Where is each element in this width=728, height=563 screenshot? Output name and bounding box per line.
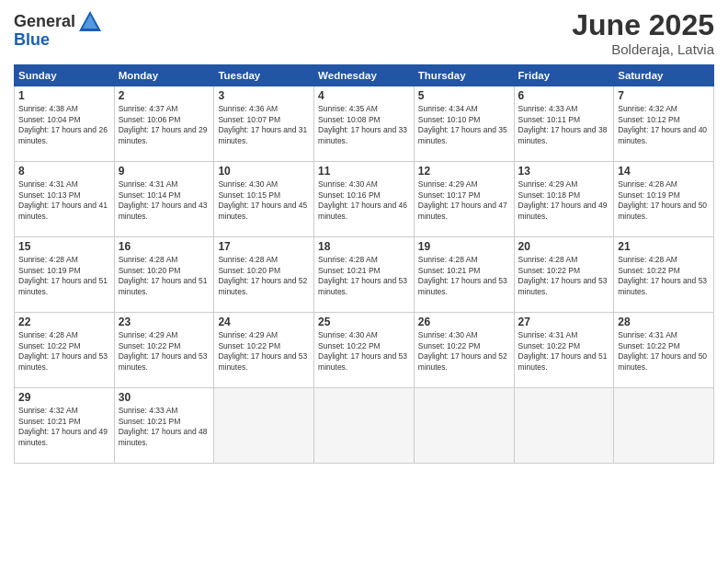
- calendar-cell: 27Sunrise: 4:31 AMSunset: 10:22 PMDaylig…: [514, 313, 614, 388]
- title-block: June 2025 Bolderaja, Latvia: [572, 9, 714, 57]
- cell-text: Sunrise: 4:28 AMSunset: 10:22 PMDaylight…: [618, 255, 710, 297]
- calendar-cell: 23Sunrise: 4:29 AMSunset: 10:22 PMDaylig…: [114, 313, 214, 388]
- cell-text: Sunrise: 4:30 AMSunset: 10:22 PMDaylight…: [318, 330, 410, 373]
- title-location: Bolderaja, Latvia: [572, 41, 714, 57]
- day-number: 19: [418, 240, 510, 253]
- day-number: 6: [518, 89, 610, 102]
- calendar-cell: [414, 388, 514, 464]
- day-number: 16: [119, 240, 210, 253]
- day-number: 14: [618, 165, 710, 178]
- cell-text: Sunrise: 4:36 AMSunset: 10:07 PMDaylight…: [218, 104, 310, 146]
- header-sunday: Sunday: [15, 65, 115, 86]
- calendar-cell: 17Sunrise: 4:28 AMSunset: 10:20 PMDaylig…: [214, 237, 314, 313]
- day-number: 20: [518, 240, 610, 253]
- day-number: 24: [218, 316, 310, 328]
- title-month: June 2025: [572, 9, 714, 41]
- cell-text: Sunrise: 4:29 AMSunset: 10:18 PMDaylight…: [518, 179, 610, 222]
- calendar-cell: 30Sunrise: 4:33 AMSunset: 10:21 PMDaylig…: [114, 388, 214, 464]
- calendar-week-3: 15Sunrise: 4:28 AMSunset: 10:19 PMDaylig…: [15, 237, 714, 313]
- day-number: 8: [18, 165, 110, 178]
- day-number: 10: [218, 165, 310, 178]
- calendar-cell: 25Sunrise: 4:30 AMSunset: 10:22 PMDaylig…: [314, 313, 415, 388]
- cell-text: Sunrise: 4:28 AMSunset: 10:19 PMDaylight…: [18, 255, 110, 297]
- cell-text: Sunrise: 4:31 AMSunset: 10:22 PMDaylight…: [518, 330, 610, 373]
- calendar-cell: [614, 388, 714, 464]
- calendar-cell: 26Sunrise: 4:30 AMSunset: 10:22 PMDaylig…: [414, 313, 514, 388]
- cell-text: Sunrise: 4:32 AMSunset: 10:21 PMDaylight…: [18, 406, 110, 448]
- logo-general-text: General: [14, 13, 75, 31]
- logo-icon: [77, 9, 103, 35]
- calendar-cell: [314, 388, 415, 464]
- day-number: 23: [119, 316, 210, 328]
- calendar-week-2: 8Sunrise: 4:31 AMSunset: 10:13 PMDayligh…: [15, 162, 714, 237]
- header: General Blue June 2025 Bolderaja, Latvia: [14, 9, 714, 57]
- calendar-cell: 20Sunrise: 4:28 AMSunset: 10:22 PMDaylig…: [514, 237, 614, 313]
- header-monday: Monday: [114, 65, 214, 86]
- cell-text: Sunrise: 4:30 AMSunset: 10:15 PMDaylight…: [218, 179, 310, 222]
- day-number: 25: [318, 316, 410, 328]
- day-number: 30: [119, 391, 210, 404]
- day-number: 4: [318, 89, 410, 102]
- calendar-cell: 7Sunrise: 4:32 AMSunset: 10:12 PMDayligh…: [614, 86, 714, 162]
- cell-text: Sunrise: 4:31 AMSunset: 10:22 PMDaylight…: [618, 330, 710, 373]
- calendar-cell: [214, 388, 314, 464]
- day-number: 22: [18, 316, 110, 328]
- calendar-cell: 24Sunrise: 4:29 AMSunset: 10:22 PMDaylig…: [214, 313, 314, 388]
- cell-text: Sunrise: 4:29 AMSunset: 10:17 PMDaylight…: [418, 179, 510, 222]
- day-number: 18: [318, 240, 410, 253]
- calendar-header-row: Sunday Monday Tuesday Wednesday Thursday…: [15, 65, 714, 86]
- calendar-cell: 2Sunrise: 4:37 AMSunset: 10:06 PMDayligh…: [114, 86, 214, 162]
- logo-blue-text: Blue: [14, 31, 50, 50]
- calendar-cell: 8Sunrise: 4:31 AMSunset: 10:13 PMDayligh…: [15, 162, 115, 237]
- calendar-cell: 4Sunrise: 4:35 AMSunset: 10:08 PMDayligh…: [314, 86, 415, 162]
- page: General Blue June 2025 Bolderaja, Latvia…: [0, 0, 728, 563]
- day-number: 29: [18, 391, 110, 404]
- day-number: 9: [119, 165, 210, 178]
- calendar-cell: [514, 388, 614, 464]
- calendar-table: Sunday Monday Tuesday Wednesday Thursday…: [14, 64, 714, 464]
- calendar-cell: 22Sunrise: 4:28 AMSunset: 10:22 PMDaylig…: [15, 313, 115, 388]
- calendar-cell: 13Sunrise: 4:29 AMSunset: 10:18 PMDaylig…: [514, 162, 614, 237]
- calendar-cell: 9Sunrise: 4:31 AMSunset: 10:14 PMDayligh…: [114, 162, 214, 237]
- calendar-cell: 19Sunrise: 4:28 AMSunset: 10:21 PMDaylig…: [414, 237, 514, 313]
- day-number: 15: [18, 240, 110, 253]
- cell-text: Sunrise: 4:30 AMSunset: 10:16 PMDaylight…: [318, 179, 410, 222]
- day-number: 11: [318, 165, 410, 178]
- cell-text: Sunrise: 4:32 AMSunset: 10:12 PMDaylight…: [618, 104, 710, 146]
- calendar-cell: 18Sunrise: 4:28 AMSunset: 10:21 PMDaylig…: [314, 237, 415, 313]
- day-number: 28: [618, 316, 710, 328]
- calendar-cell: 21Sunrise: 4:28 AMSunset: 10:22 PMDaylig…: [614, 237, 714, 313]
- calendar-cell: 11Sunrise: 4:30 AMSunset: 10:16 PMDaylig…: [314, 162, 415, 237]
- cell-text: Sunrise: 4:28 AMSunset: 10:20 PMDaylight…: [218, 255, 310, 297]
- calendar-cell: 16Sunrise: 4:28 AMSunset: 10:20 PMDaylig…: [114, 237, 214, 313]
- header-tuesday: Tuesday: [214, 65, 314, 86]
- day-number: 26: [418, 316, 510, 328]
- calendar-cell: 12Sunrise: 4:29 AMSunset: 10:17 PMDaylig…: [414, 162, 514, 237]
- cell-text: Sunrise: 4:28 AMSunset: 10:22 PMDaylight…: [18, 330, 110, 373]
- header-thursday: Thursday: [414, 65, 514, 86]
- cell-text: Sunrise: 4:38 AMSunset: 10:04 PMDaylight…: [18, 104, 110, 146]
- calendar-week-4: 22Sunrise: 4:28 AMSunset: 10:22 PMDaylig…: [15, 313, 714, 388]
- day-number: 5: [418, 89, 510, 102]
- calendar-cell: 6Sunrise: 4:33 AMSunset: 10:11 PMDayligh…: [514, 86, 614, 162]
- cell-text: Sunrise: 4:37 AMSunset: 10:06 PMDaylight…: [119, 104, 210, 146]
- calendar-week-5: 29Sunrise: 4:32 AMSunset: 10:21 PMDaylig…: [15, 388, 714, 464]
- day-number: 12: [418, 165, 510, 178]
- cell-text: Sunrise: 4:29 AMSunset: 10:22 PMDaylight…: [119, 330, 210, 373]
- day-number: 1: [18, 89, 110, 102]
- cell-text: Sunrise: 4:31 AMSunset: 10:13 PMDaylight…: [18, 179, 110, 222]
- header-saturday: Saturday: [614, 65, 714, 86]
- calendar-cell: 3Sunrise: 4:36 AMSunset: 10:07 PMDayligh…: [214, 86, 314, 162]
- header-wednesday: Wednesday: [314, 65, 415, 86]
- day-number: 2: [119, 89, 210, 102]
- cell-text: Sunrise: 4:28 AMSunset: 10:21 PMDaylight…: [418, 255, 510, 297]
- day-number: 21: [618, 240, 710, 253]
- day-number: 7: [618, 89, 710, 102]
- calendar-cell: 14Sunrise: 4:28 AMSunset: 10:19 PMDaylig…: [614, 162, 714, 237]
- calendar-cell: 1Sunrise: 4:38 AMSunset: 10:04 PMDayligh…: [15, 86, 115, 162]
- calendar-cell: 5Sunrise: 4:34 AMSunset: 10:10 PMDayligh…: [414, 86, 514, 162]
- calendar-week-1: 1Sunrise: 4:38 AMSunset: 10:04 PMDayligh…: [15, 86, 714, 162]
- calendar-cell: 29Sunrise: 4:32 AMSunset: 10:21 PMDaylig…: [15, 388, 115, 464]
- day-number: 17: [218, 240, 310, 253]
- calendar-cell: 15Sunrise: 4:28 AMSunset: 10:19 PMDaylig…: [15, 237, 115, 313]
